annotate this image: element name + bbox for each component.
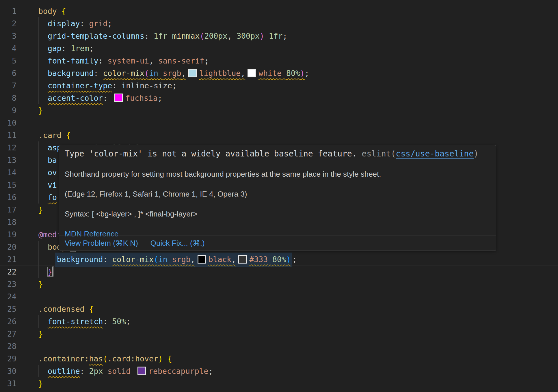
code-token [62,131,66,140]
code-token: grid [89,19,108,28]
code-line[interactable]: 31} [0,377,558,390]
code-line[interactable]: 25.condensed { [0,303,558,315]
line-number: 14 [0,166,16,179]
quick-fix-action[interactable]: Quick Fix... (⌘.) [150,239,205,248]
code-token: black [209,255,232,264]
code-token: : [103,94,112,102]
color-swatch[interactable] [248,69,256,77]
code-token: srgb [163,69,181,78]
code-token: { [62,7,66,16]
code-content: gap: 1rem; [16,42,94,55]
code-line[interactable]: 23} [0,278,558,290]
code-token: } [38,205,43,214]
indent-guide [38,253,39,266]
code-line[interactable]: 6 background: color-mix(in srgb,lightblu… [0,67,558,79]
code-token: { [66,131,71,140]
code-line[interactable]: 21 background: color-mix(in srgb,black,#… [0,253,558,266]
code-line[interactable]: 11.card { [0,129,558,141]
line-number: 21 [0,253,16,266]
indent-guide [48,253,48,266]
code-line[interactable]: 8 accent-color: fuchsia; [0,92,558,104]
indent-guide [38,30,39,42]
code-token: , [231,255,236,264]
code-line[interactable]: 3 grid-template-columns: 1fr minmax(200p… [0,30,558,42]
code-line[interactable]: 24 [0,290,558,303]
code-token: fuchsia [125,94,158,102]
line-number: 19 [0,228,16,241]
code-content: font-family: system-ui, sans-serif; [16,55,209,67]
code-content: background: color-mix(in srgb,black,#333… [16,253,297,266]
code-content: @media [16,228,66,241]
code-token: .container: [38,354,89,363]
code-token: color-mix(in srgb,black,#333 80%) [112,255,291,264]
code-content: container-type: inline-size; [16,79,177,92]
indent-guide [38,315,39,328]
code-line[interactable]: 5 font-family: system-ui, sans-serif; [0,55,558,67]
line-number: 18 [0,216,16,228]
indent-guide [38,17,39,30]
code-line[interactable]: 30 outline: 2px solid rebeccapurple; [0,365,558,377]
code-token: 2px [89,367,103,376]
text-cursor [53,266,53,277]
doc-browser-support: (Edge 12, Firefox 1, Safari 1, Chrome 1,… [65,190,490,199]
code-token: ( [154,255,158,264]
code-token: font-stretch [48,317,103,326]
code-token: ; [158,94,162,102]
line-number: 29 [0,352,16,365]
code-line[interactable]: 29.container:has(.card:hover) { [0,352,558,365]
code-line[interactable]: 4 gap: 1rem; [0,42,558,55]
code-token: color-mix [103,69,144,78]
color-swatch[interactable] [238,255,247,264]
line-number: 25 [0,303,16,315]
code-token: } [48,267,52,276]
code-token [38,94,48,102]
line-number: 24 [0,290,16,303]
line-number: 5 [0,55,16,67]
code-line[interactable]: 7 container-type: inline-size; [0,79,558,92]
code-line[interactable]: 28 [0,340,558,352]
code-token: 1rem [71,44,89,53]
code-content: fo [16,191,57,204]
code-token: , [227,31,237,40]
code-line[interactable]: 9} [0,104,558,117]
code-token: body [38,7,57,16]
indent-guide [38,79,39,92]
color-swatch[interactable] [198,255,206,264]
code-token: 80% [286,69,300,78]
code-line[interactable]: 26 font-stretch: 50%; [0,315,558,328]
color-swatch[interactable] [188,69,197,77]
code-content: } [16,328,43,340]
color-swatch[interactable] [137,367,146,375]
code-token [38,367,48,376]
code-token: ; [283,31,287,40]
diagnostic-message: Type 'color-mix' is not a widely availab… [59,145,496,163]
line-number: 7 [0,79,16,92]
code-token [38,69,48,78]
code-token: display [48,19,80,28]
code-token: accent-color [48,94,103,102]
code-content: font-stretch: 50%; [16,315,131,328]
code-line[interactable]: 27} [0,328,558,340]
view-problem-action[interactable]: View Problem (⌘K N) [65,239,138,248]
indent-guide [38,154,39,166]
code-token [57,7,62,16]
code-line[interactable]: 10 [0,117,558,129]
code-token [38,143,48,152]
code-line[interactable]: 2 display: grid; [0,17,558,30]
code-line[interactable]: 1body { [0,5,558,17]
doc-description: Shorthand property for setting most back… [65,170,490,179]
line-number: 16 [0,191,16,204]
code-content: background: color-mix(in srgb,lightblue,… [16,67,309,79]
code-token: gap [48,44,62,53]
code-token: ; [107,19,112,28]
code-token: in [149,69,158,78]
code-token: : [112,81,121,90]
diagnostic-rule-link[interactable]: css/use-baseline [396,149,474,158]
code-token [158,69,163,78]
code-token: 50% [112,317,126,326]
color-swatch[interactable] [114,94,123,102]
diagnostic-source-prefix: eslint( [362,149,396,158]
line-number: 11 [0,129,16,141]
code-line[interactable]: 22 } [0,266,558,278]
code-token [38,193,48,202]
